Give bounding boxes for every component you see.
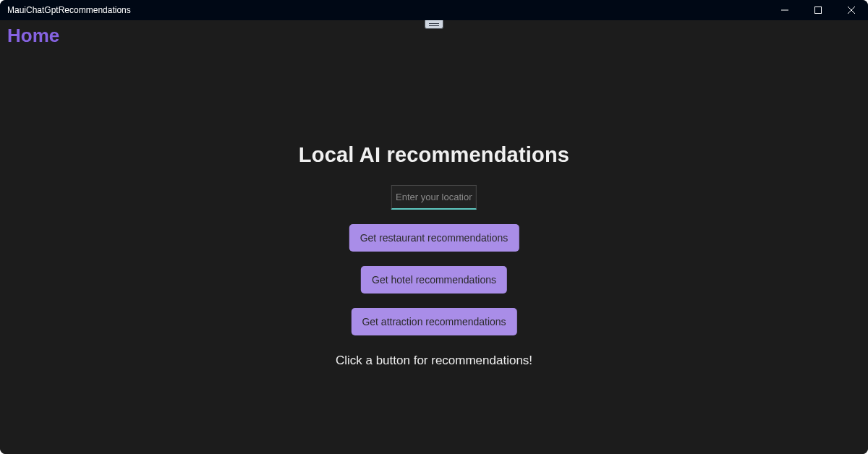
main-content: Local AI recommendations Get restaurant … <box>299 143 569 368</box>
close-icon <box>848 7 855 14</box>
hint-text: Click a button for recommendations! <box>336 354 532 368</box>
hamburger-line-icon <box>429 25 439 26</box>
maximize-button[interactable] <box>801 0 835 20</box>
get-restaurant-button[interactable]: Get restaurant recommendations <box>349 224 519 252</box>
window-controls <box>768 0 868 20</box>
hamburger-line-icon <box>429 23 439 24</box>
titlebar: MauiChatGptRecommendations <box>0 0 868 20</box>
content-area: Home Local AI recommendations Get restau… <box>0 20 868 454</box>
svg-rect-1 <box>815 7 822 14</box>
minimize-button[interactable] <box>768 0 801 20</box>
app-window: MauiChatGptRecommendations Home Local AI… <box>0 0 868 454</box>
close-button[interactable] <box>835 0 868 20</box>
debug-handle[interactable] <box>425 20 443 29</box>
maximize-icon <box>814 7 822 14</box>
minimize-icon <box>781 7 788 14</box>
get-attraction-button[interactable]: Get attraction recommendations <box>351 308 516 335</box>
location-input[interactable] <box>391 185 477 210</box>
main-heading: Local AI recommendations <box>299 143 569 167</box>
window-title: MauiChatGptRecommendations <box>7 5 131 15</box>
get-hotel-button[interactable]: Get hotel recommendations <box>361 266 507 294</box>
page-title: Home <box>7 25 59 47</box>
